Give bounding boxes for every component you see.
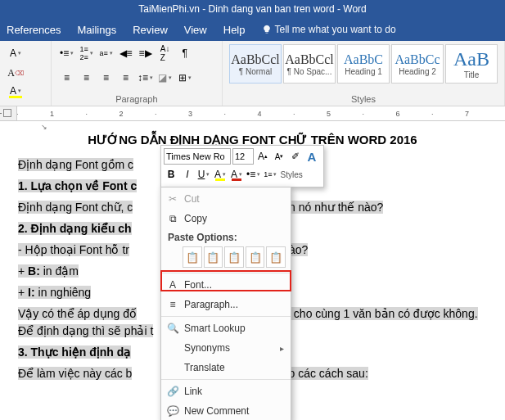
font-size-button[interactable]: A: [7, 44, 25, 62]
text-line: +: [18, 264, 28, 278]
format-painter-icon[interactable]: ✐: [288, 148, 303, 165]
numbering-button[interactable]: 1≡: [263, 166, 277, 183]
paste-default[interactable]: 📋: [266, 246, 286, 268]
paste-options-row: 📋 📋 📋 📋 📋: [161, 245, 291, 271]
menu-smart-lookup[interactable]: 🔍Smart Lookup: [161, 318, 291, 338]
style-title[interactable]: AaBTitle: [445, 44, 498, 84]
tab-mailings[interactable]: Mailings: [77, 24, 116, 36]
numbering-button[interactable]: 1≡2≡: [78, 44, 96, 62]
tab-review[interactable]: Review: [133, 24, 168, 36]
paste-text-only[interactable]: 📋: [246, 246, 265, 268]
paste-keep-source[interactable]: 📋: [183, 246, 202, 268]
text-line: +: [18, 286, 28, 299]
copy-icon: ⧉: [166, 213, 179, 224]
sort-button[interactable]: A↓Z: [156, 44, 174, 62]
styles-pane-button[interactable]: A: [304, 148, 319, 165]
ribbon-group-paragraph: •≡ 1≡2≡ a≡ ◀≡ ≡▶ A↓Z ¶ ≡ ≡ ≡ ≡ ↕≡ ◪ ⊞ Pa…: [52, 41, 223, 106]
style-heading1[interactable]: AaBbCHeading 1: [337, 44, 390, 84]
menu-bar: References Mailings Review View Help Tel…: [0, 18, 505, 41]
bullets-button[interactable]: •≡: [246, 166, 261, 183]
ribbon-group-font-partial: A A⌫ A A ↘: [0, 41, 52, 106]
align-center-button[interactable]: ≡: [78, 69, 96, 87]
ruler[interactable]: ⌐ · 1 · 2 · 3 · 4 · 5 · 6 · 7: [0, 106, 505, 121]
font-icon: A: [166, 279, 179, 291]
scissors-icon: ✂: [166, 193, 179, 205]
line-spacing-button[interactable]: ↕≡: [137, 69, 155, 87]
text-heading: 3. Thực hiện định dạ: [18, 345, 131, 359]
underline-button[interactable]: U: [196, 166, 211, 183]
menu-font[interactable]: AFont...: [161, 275, 291, 295]
tell-me-search[interactable]: Tell me what you want to do: [262, 24, 396, 35]
menu-copy[interactable]: ⧉Copy: [161, 209, 291, 228]
tab-help[interactable]: Help: [223, 24, 246, 36]
ribbon-group-styles: AaBbCcl¶ Normal AaBbCcl¶ No Spac... AaBb…: [223, 41, 505, 106]
tab-view[interactable]: View: [184, 24, 207, 36]
styles-label[interactable]: Styles: [279, 166, 303, 183]
text-line: Định dạng Font chữ, c: [18, 201, 133, 214]
link-icon: 🔗: [166, 386, 179, 397]
paragraph-group-label: Paragraph: [58, 94, 215, 104]
align-left-button[interactable]: ≡: [58, 69, 76, 87]
decrease-indent-button[interactable]: ◀≡: [117, 44, 135, 62]
bold-button[interactable]: B: [164, 166, 178, 183]
show-hide-button[interactable]: ¶: [176, 44, 194, 62]
context-menu: ✂Cut ⧉Copy Paste Options: 📋 📋 📋 📋 📋 AFon…: [160, 187, 291, 420]
style-no-spacing[interactable]: AaBbCcl¶ No Spac...: [283, 44, 336, 84]
paragraph-icon: ≡: [166, 299, 179, 310]
style-heading2[interactable]: AaBbCcHeading 2: [391, 44, 444, 84]
text-line: Vậy có thể áp dụng đố: [18, 307, 137, 320]
align-right-button[interactable]: ≡: [97, 69, 115, 87]
tab-selector[interactable]: ⌐: [3, 109, 11, 117]
comment-icon: 💬: [166, 405, 179, 417]
style-normal[interactable]: AaBbCcl¶ Normal: [229, 44, 282, 84]
multilevel-list-button[interactable]: a≡: [97, 44, 115, 62]
mini-font-select[interactable]: [164, 148, 231, 165]
justify-button[interactable]: ≡: [117, 69, 135, 87]
separator: [161, 273, 291, 273]
mini-size-select[interactable]: [232, 148, 254, 165]
search-icon: 🔍: [166, 323, 179, 334]
separator: [161, 379, 291, 380]
borders-button[interactable]: ⊞: [176, 69, 194, 87]
font-color-button[interactable]: A: [229, 166, 244, 183]
italic-button[interactable]: I: [180, 166, 195, 183]
styles-group-label: Styles: [229, 94, 498, 104]
mini-toolbar: A▴ A▾ ✐ A B I U A A •≡ 1≡ Styles: [160, 145, 324, 187]
bullets-button[interactable]: •≡: [58, 44, 76, 62]
lightbulb-icon: [262, 25, 272, 34]
menu-translate[interactable]: Translate: [161, 358, 291, 377]
menu-synonyms[interactable]: Synonyms: [161, 338, 291, 358]
ribbon: A A⌫ A A ↘ •≡ 1≡2≡ a≡ ◀≡ ≡▶ A↓Z ¶ ≡ ≡ ≡ …: [0, 41, 505, 106]
tab-references[interactable]: References: [7, 24, 61, 36]
separator: [161, 316, 291, 317]
shading-button[interactable]: ◪: [156, 69, 174, 87]
clear-formatting-button[interactable]: A⌫: [7, 64, 25, 82]
paste-options-label: Paste Options:: [161, 228, 291, 245]
text-line: Để làm việc này các b: [18, 367, 132, 380]
menu-cut: ✂Cut: [161, 189, 291, 209]
text-line: Định dạng Font gồm c: [18, 158, 133, 171]
text-highlight-button[interactable]: A: [7, 82, 25, 100]
menu-link[interactable]: 🔗Link: [161, 382, 291, 401]
menu-new-comment[interactable]: 💬New Comment: [161, 401, 291, 420]
shrink-font-button[interactable]: A▾: [272, 148, 286, 165]
title-bar: TaiMienPhi.vn - Dinh dang van ban tren w…: [0, 0, 505, 18]
paste-merge[interactable]: 📋: [204, 246, 223, 268]
paste-picture[interactable]: 📋: [224, 246, 244, 268]
increase-indent-button[interactable]: ≡▶: [137, 44, 155, 62]
text-line: - Hộp thoại Font hỗ tr: [18, 243, 129, 256]
highlight-button[interactable]: A: [213, 166, 228, 183]
grow-font-button[interactable]: A▴: [255, 148, 270, 165]
text-heading: 1. Lựa chọn về Font c: [18, 179, 137, 192]
menu-paragraph[interactable]: ≡Paragraph...: [161, 295, 291, 314]
document-title: TaiMienPhi.vn - Dinh dang van ban tren w…: [138, 3, 367, 15]
text-heading: 2. Định dạng kiểu ch: [18, 222, 132, 235]
